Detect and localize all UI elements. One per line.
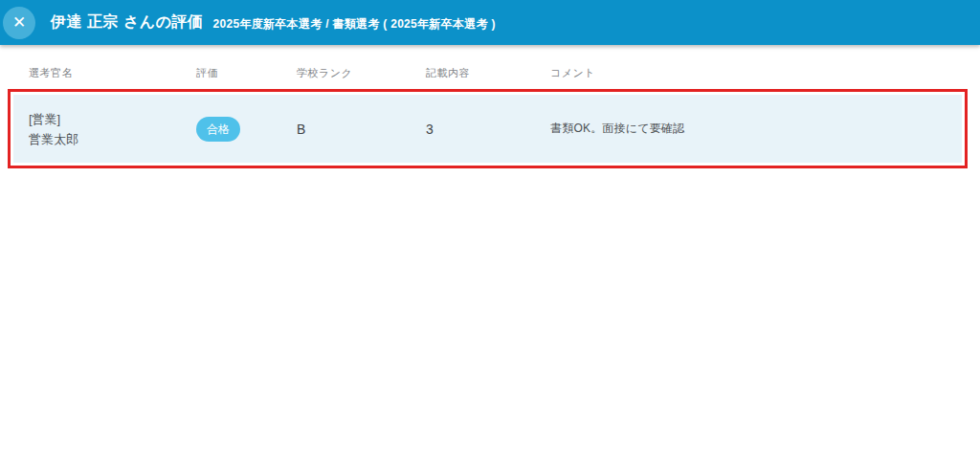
table-row[interactable]: [営業] 営業太郎 合格 B 3 書類OK。面接にて要確認 [8, 89, 968, 168]
table-header-row: 選考官名 評価 学校ランク 記載内容 コメント [0, 61, 968, 84]
column-header-comment: コメント [550, 66, 968, 80]
column-header-evaluator: 選考官名 [29, 66, 196, 80]
evaluation-badge: 合格 [196, 117, 240, 142]
comment-cell: 書類OK。面接にて要確認 [550, 121, 962, 137]
column-header-school-rank: 学校ランク [297, 66, 426, 80]
page-title: 伊達 正宗 さんの評価 [51, 12, 204, 33]
written-content-cell: 3 [426, 122, 550, 137]
evaluator-name-cell: [営業] 営業太郎 [29, 109, 196, 149]
selection-breadcrumb: 2025年度新卒本選考 / 書類選考 ( 2025年新卒本選考 ) [213, 16, 496, 33]
column-header-written-content: 記載内容 [426, 66, 550, 80]
evaluation-row-content: [営業] 営業太郎 合格 B 3 書類OK。面接にて要確認 [13, 95, 962, 163]
column-header-evaluation: 評価 [196, 66, 297, 80]
evaluator-division: [営業] [29, 109, 196, 129]
evaluator-name: 営業太郎 [29, 129, 196, 149]
evaluation-cell: 合格 [196, 117, 240, 142]
close-button[interactable]: ✕ [3, 7, 35, 39]
school-rank-cell: B [297, 122, 426, 137]
close-icon: ✕ [12, 14, 26, 31]
modal-header: ✕ 伊達 正宗 さんの評価 2025年度新卒本選考 / 書類選考 ( 2025年… [0, 0, 980, 45]
